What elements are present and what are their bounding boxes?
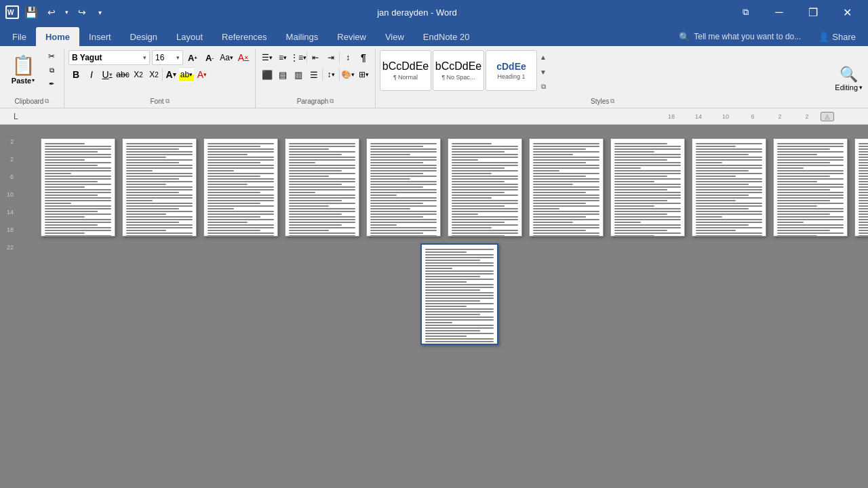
undo-redo-group: ↩ ▾ ↪ xyxy=(43,4,90,20)
cut-button[interactable] xyxy=(43,50,60,62)
page-7[interactable] xyxy=(529,138,604,237)
page-5[interactable] xyxy=(366,138,441,237)
clear-formatting-button[interactable]: A✕ xyxy=(236,50,251,65)
font-size-select[interactable]: 16 ▾ xyxy=(152,50,183,65)
page-4[interactable] xyxy=(285,138,359,237)
tab-design[interactable]: Design xyxy=(121,27,167,46)
tab-endnote[interactable]: EndNote 20 xyxy=(414,27,479,46)
page-3[interactable] xyxy=(203,138,278,237)
close-button[interactable]: ✕ xyxy=(831,0,863,24)
minimize-button[interactable]: ─ xyxy=(764,0,795,24)
numbering-button[interactable]: ≡▾ xyxy=(275,50,290,65)
styles-gallery: bCcDdEe ¶ Normal bCcDdEe ¶ No Spac... cD… xyxy=(380,50,537,91)
style-no-spacing[interactable]: bCcDdEe ¶ No Spac... xyxy=(433,50,484,91)
decrease-font-button[interactable]: A- xyxy=(202,50,217,65)
paragraph-icon2: ¶ xyxy=(442,74,446,81)
style-heading1[interactable]: cDdEe Heading 1 xyxy=(486,50,537,91)
font-label: Font ⧉ xyxy=(68,96,251,106)
page-6[interactable] xyxy=(448,138,522,237)
titlebar-right: ⧉ ─ ❐ ✕ xyxy=(730,0,863,24)
paste-button[interactable]: 📋 Paste ▾ xyxy=(4,50,42,88)
undo-button[interactable]: ↩ xyxy=(43,4,60,20)
format-painter-icon xyxy=(49,79,54,88)
font-family-select[interactable]: B Yagut ▾ xyxy=(68,50,150,65)
paste-dropdown-arrow[interactable]: ▾ xyxy=(32,77,35,83)
styles-content: bCcDdEe ¶ Normal bCcDdEe ¶ No Spac... cD… xyxy=(380,50,825,96)
paragraph-row-1: ☰▾ ≡▾ ⋮≡▾ ⇤ ⇥ ↕ ¶ xyxy=(260,50,371,65)
font-color-button[interactable]: A▾ xyxy=(195,67,210,82)
clipboard-label: Clipboard ⧉ xyxy=(4,96,60,106)
tab-home[interactable]: Home xyxy=(36,27,79,46)
font-size-dropdown[interactable]: ▾ xyxy=(176,54,180,61)
strikethrough-button[interactable]: abc xyxy=(115,67,130,82)
tab-review[interactable]: Review xyxy=(328,27,376,46)
page-12[interactable] xyxy=(420,243,498,345)
multilevel-list-button[interactable]: ⋮≡▾ xyxy=(291,50,306,65)
para-divider3 xyxy=(322,68,323,81)
line-spacing-button[interactable]: ↕▾ xyxy=(323,67,338,82)
page-8[interactable] xyxy=(610,138,685,237)
tab-view[interactable]: View xyxy=(376,27,414,46)
format-painter-button[interactable] xyxy=(43,77,60,89)
paragraph-content: ☰▾ ≡▾ ⋮≡▾ ⇤ ⇥ ↕ ¶ ⬛ ▤ ▥ ☰ ↕▾ 🎨▾ ⊞▾ xyxy=(260,50,371,96)
font-row-1: B Yagut ▾ 16 ▾ A+ A- Aa▾ A✕ xyxy=(68,50,251,65)
styles-more[interactable]: ⧉ xyxy=(538,80,548,94)
styles-launcher[interactable]: ⧉ xyxy=(610,98,614,105)
align-left-button[interactable]: ⬛ xyxy=(260,67,275,82)
sort-button[interactable]: ↕ xyxy=(340,50,355,65)
editing-dropdown[interactable]: ▾ xyxy=(859,84,863,91)
redo-button[interactable]: ↪ xyxy=(74,4,90,20)
font-launcher[interactable]: ⧉ xyxy=(165,98,170,105)
shading-button[interactable]: 🎨▾ xyxy=(340,67,355,82)
page-11[interactable] xyxy=(854,138,868,237)
styles-scroll-down[interactable]: ▼ xyxy=(538,65,548,79)
align-center-button[interactable]: ▤ xyxy=(275,67,290,82)
page-10[interactable] xyxy=(773,138,848,237)
highlight-color-button[interactable]: ab▾ xyxy=(179,67,194,82)
clipboard-launcher[interactable]: ⧉ xyxy=(45,98,49,105)
copy-button[interactable] xyxy=(43,64,60,76)
borders-button[interactable]: ⊞▾ xyxy=(356,67,371,82)
bold-button[interactable]: B xyxy=(68,67,83,82)
increase-font-button[interactable]: A+ xyxy=(185,50,200,65)
underline-button[interactable]: U▾ xyxy=(100,67,115,82)
svg-text:W: W xyxy=(7,9,14,16)
tab-selector[interactable]: L xyxy=(14,112,27,121)
tab-mailings[interactable]: Mailings xyxy=(277,27,328,46)
text-color-button[interactable]: A▾ xyxy=(163,67,178,82)
page-1[interactable] xyxy=(41,138,115,237)
cut-icon xyxy=(48,52,55,61)
change-case-button[interactable]: Aa▾ xyxy=(219,50,234,65)
show-formatting-button[interactable]: ¶ xyxy=(356,50,371,65)
paragraph-launcher[interactable]: ⧉ xyxy=(330,98,334,105)
share-button[interactable]: 👤 Share xyxy=(809,27,865,46)
subscript-button[interactable]: X2 xyxy=(131,67,146,82)
superscript-button[interactable]: X2 xyxy=(146,67,161,82)
tab-references[interactable]: References xyxy=(212,27,276,46)
tab-layout[interactable]: Layout xyxy=(167,27,212,46)
italic-button[interactable]: I xyxy=(84,67,99,82)
restore-window-button[interactable]: ⧉ xyxy=(730,0,761,24)
tab-insert[interactable]: Insert xyxy=(79,27,121,46)
page-2[interactable] xyxy=(122,138,197,237)
styles-scroll-up[interactable]: ▲ xyxy=(538,50,548,64)
save-icon[interactable]: 💾 xyxy=(24,5,38,19)
document-area[interactable]: 2 2 6 10 14 18 22 xyxy=(0,125,868,488)
font-family-dropdown[interactable]: ▾ xyxy=(143,54,146,61)
undo-dropdown[interactable]: ▾ xyxy=(61,6,73,18)
justify-button[interactable]: ☰ xyxy=(307,67,321,82)
increase-indent-button[interactable]: ⇥ xyxy=(323,50,338,65)
align-right-button[interactable]: ▥ xyxy=(291,67,306,82)
page-row-1 xyxy=(41,138,868,237)
tab-file[interactable]: File xyxy=(3,27,36,46)
indent-marker[interactable]: ◬ xyxy=(821,112,834,121)
style-normal[interactable]: bCcDdEe ¶ Normal xyxy=(380,50,431,91)
editing-button[interactable]: 🔍 Editing ▾ xyxy=(835,66,863,92)
decrease-indent-button[interactable]: ⇤ xyxy=(308,50,323,65)
bullets-button[interactable]: ☰▾ xyxy=(260,50,275,65)
page-9[interactable] xyxy=(692,138,766,237)
tell-me-input[interactable]: 🔍 Tell me what you want to do... xyxy=(671,27,809,46)
qat-dropdown[interactable]: ▾ xyxy=(96,6,104,19)
restore-button[interactable]: ❐ xyxy=(797,0,829,24)
ribbon-tabs: File Home Insert Design Layout Reference… xyxy=(0,24,868,46)
